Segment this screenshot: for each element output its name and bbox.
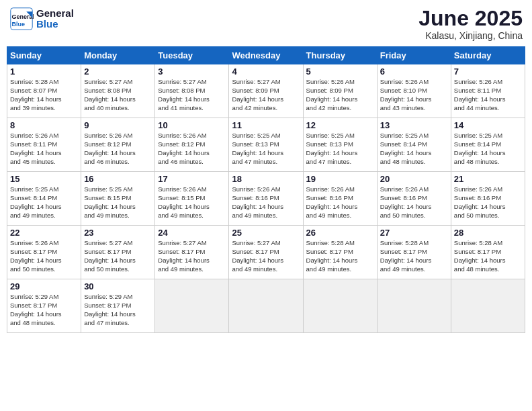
logo-icon: General Blue [9,7,34,31]
table-row: 22Sunrise: 5:26 AMSunset: 8:17 PMDayligh… [7,226,81,279]
cell-info: Sunrise: 5:25 AMSunset: 8:15 PMDaylight:… [84,185,152,220]
day-number: 25 [232,228,300,238]
day-number: 9 [84,120,152,130]
day-number: 1 [10,66,78,77]
day-number: 19 [306,174,374,184]
cell-info: Sunrise: 5:26 AMSunset: 8:11 PMDaylight:… [454,78,522,112]
cell-info: Sunrise: 5:25 AMSunset: 8:13 PMDaylight:… [306,132,374,166]
cell-info: Sunrise: 5:26 AMSunset: 8:17 PMDaylight:… [10,239,78,273]
cell-info: Sunrise: 5:28 AMSunset: 8:17 PMDaylight:… [454,239,522,273]
logo: General Blue General Blue [9,7,74,31]
cell-info: Sunrise: 5:26 AMSunset: 8:16 PMDaylight:… [380,185,448,220]
table-row: 5Sunrise: 5:26 AMSunset: 8:09 PMDaylight… [303,64,377,118]
cell-info: Sunrise: 5:26 AMSunset: 8:10 PMDaylight:… [380,78,448,112]
table-row: 18Sunrise: 5:26 AMSunset: 8:16 PMDayligh… [229,172,303,226]
day-number: 17 [158,174,226,184]
col-monday: Monday [81,47,155,64]
table-row: 23Sunrise: 5:27 AMSunset: 8:17 PMDayligh… [81,226,155,279]
cell-info: Sunrise: 5:25 AMSunset: 8:14 PMDaylight:… [10,185,78,220]
table-row: 29Sunrise: 5:29 AMSunset: 8:17 PMDayligh… [7,279,81,333]
table-row: 21Sunrise: 5:26 AMSunset: 8:16 PMDayligh… [451,172,525,226]
table-row: 20Sunrise: 5:26 AMSunset: 8:16 PMDayligh… [377,172,451,226]
logo-text-general: General [36,8,74,19]
cell-info: Sunrise: 5:27 AMSunset: 8:17 PMDaylight:… [84,239,152,273]
cell-info: Sunrise: 5:26 AMSunset: 8:12 PMDaylight:… [158,132,226,166]
col-friday: Friday [377,47,451,64]
day-number: 18 [232,174,300,184]
table-row: 10Sunrise: 5:26 AMSunset: 8:12 PMDayligh… [155,118,229,172]
cell-info: Sunrise: 5:26 AMSunset: 8:12 PMDaylight:… [84,132,152,166]
day-number: 13 [380,120,448,130]
col-tuesday: Tuesday [155,47,229,64]
table-row: 6Sunrise: 5:26 AMSunset: 8:10 PMDaylight… [377,64,451,118]
day-number: 24 [158,228,226,238]
cell-info: Sunrise: 5:28 AMSunset: 8:17 PMDaylight:… [306,239,374,273]
col-thursday: Thursday [303,47,377,64]
table-row: 30Sunrise: 5:29 AMSunset: 8:17 PMDayligh… [81,279,155,333]
day-number: 6 [380,66,448,77]
cell-info: Sunrise: 5:29 AMSunset: 8:17 PMDaylight:… [10,293,78,327]
table-row: 16Sunrise: 5:25 AMSunset: 8:15 PMDayligh… [81,172,155,226]
table-row: 19Sunrise: 5:26 AMSunset: 8:16 PMDayligh… [303,172,377,226]
calendar-header-row: Sunday Monday Tuesday Wednesday Thursday… [7,47,525,64]
table-row: 27Sunrise: 5:28 AMSunset: 8:17 PMDayligh… [377,226,451,279]
day-number: 29 [10,281,78,291]
table-row: 2Sunrise: 5:27 AMSunset: 8:08 PMDaylight… [81,64,155,118]
day-number: 4 [232,66,300,77]
day-number: 22 [10,228,78,238]
cell-info: Sunrise: 5:26 AMSunset: 8:11 PMDaylight:… [10,132,78,166]
location: Kalasu, Xinjiang, China [418,30,523,41]
day-number: 20 [380,174,448,184]
cell-info: Sunrise: 5:28 AMSunset: 8:17 PMDaylight:… [380,239,448,273]
day-number: 3 [158,66,226,77]
day-number: 26 [306,228,374,238]
page-header: General Blue General Blue June 2025 Kala… [7,7,525,41]
cell-info: Sunrise: 5:25 AMSunset: 8:14 PMDaylight:… [380,132,448,166]
table-row: 3Sunrise: 5:27 AMSunset: 8:08 PMDaylight… [155,64,229,118]
table-row: 9Sunrise: 5:26 AMSunset: 8:12 PMDaylight… [81,118,155,172]
table-row: 4Sunrise: 5:27 AMSunset: 8:09 PMDaylight… [229,64,303,118]
table-row: 28Sunrise: 5:28 AMSunset: 8:17 PMDayligh… [451,226,525,279]
cell-info: Sunrise: 5:29 AMSunset: 8:17 PMDaylight:… [84,293,152,327]
day-number: 21 [454,174,522,184]
cell-info: Sunrise: 5:26 AMSunset: 8:16 PMDaylight:… [306,185,374,220]
day-number: 8 [10,120,78,130]
cell-info: Sunrise: 5:26 AMSunset: 8:09 PMDaylight:… [306,78,374,112]
cell-info: Sunrise: 5:26 AMSunset: 8:16 PMDaylight:… [232,185,300,220]
day-number: 16 [84,174,152,184]
cell-info: Sunrise: 5:25 AMSunset: 8:14 PMDaylight:… [454,132,522,166]
cell-info: Sunrise: 5:27 AMSunset: 8:08 PMDaylight:… [84,78,152,112]
day-number: 28 [454,228,522,238]
table-row: 8Sunrise: 5:26 AMSunset: 8:11 PMDaylight… [7,118,81,172]
table-row [377,279,451,333]
col-sunday: Sunday [7,47,81,64]
table-row: 25Sunrise: 5:27 AMSunset: 8:17 PMDayligh… [229,226,303,279]
calendar-week-row: 22Sunrise: 5:26 AMSunset: 8:17 PMDayligh… [7,226,525,279]
cell-info: Sunrise: 5:26 AMSunset: 8:16 PMDaylight:… [454,185,522,220]
table-row: 24Sunrise: 5:27 AMSunset: 8:17 PMDayligh… [155,226,229,279]
table-row: 11Sunrise: 5:25 AMSunset: 8:13 PMDayligh… [229,118,303,172]
day-number: 15 [10,174,78,184]
table-row [451,279,525,333]
calendar-table: Sunday Monday Tuesday Wednesday Thursday… [7,46,525,333]
calendar-week-row: 29Sunrise: 5:29 AMSunset: 8:17 PMDayligh… [7,279,525,333]
day-number: 7 [454,66,522,77]
table-row: 14Sunrise: 5:25 AMSunset: 8:14 PMDayligh… [451,118,525,172]
table-row: 12Sunrise: 5:25 AMSunset: 8:13 PMDayligh… [303,118,377,172]
logo-text-blue: Blue [36,19,74,30]
day-number: 14 [454,120,522,130]
cell-info: Sunrise: 5:27 AMSunset: 8:17 PMDaylight:… [232,239,300,273]
table-row: 26Sunrise: 5:28 AMSunset: 8:17 PMDayligh… [303,226,377,279]
table-row: 1Sunrise: 5:28 AMSunset: 8:07 PMDaylight… [7,64,81,118]
col-saturday: Saturday [451,47,525,64]
day-number: 27 [380,228,448,238]
col-wednesday: Wednesday [229,47,303,64]
table-row: 13Sunrise: 5:25 AMSunset: 8:14 PMDayligh… [377,118,451,172]
cell-info: Sunrise: 5:27 AMSunset: 8:17 PMDaylight:… [158,239,226,273]
calendar-week-row: 8Sunrise: 5:26 AMSunset: 8:11 PMDaylight… [7,118,525,172]
day-number: 30 [84,281,152,291]
day-number: 23 [84,228,152,238]
cell-info: Sunrise: 5:25 AMSunset: 8:13 PMDaylight:… [232,132,300,166]
day-number: 10 [158,120,226,130]
title-block: June 2025 Kalasu, Xinjiang, China [418,7,523,41]
